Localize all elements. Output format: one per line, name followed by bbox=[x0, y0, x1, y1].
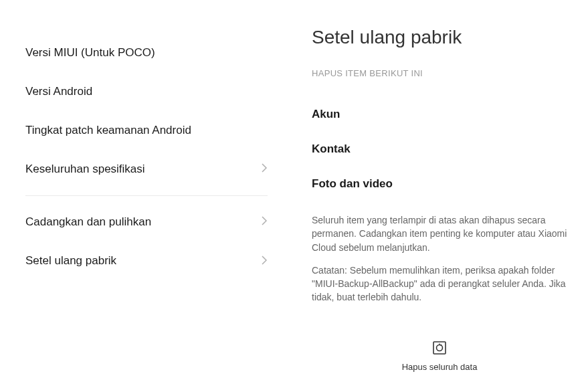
warning-paragraph: Seluruh item yang terlampir di atas akan… bbox=[312, 213, 567, 254]
factory-reset-pane: Setel ulang pabrik HAPUS ITEM BERIKUT IN… bbox=[293, 0, 586, 392]
item-label: Setel ulang pabrik bbox=[25, 254, 116, 268]
chevron-right-icon bbox=[261, 215, 268, 229]
item-all-specs[interactable]: Keseluruhan spesifikasi bbox=[25, 150, 268, 189]
erase-category-contacts: Kontak bbox=[312, 132, 567, 167]
warning-text: Seluruh item yang terlampir di atas akan… bbox=[312, 213, 567, 304]
item-factory-reset[interactable]: Setel ulang pabrik bbox=[25, 241, 268, 280]
erase-all-data-label: Hapus seluruh data bbox=[293, 362, 586, 372]
note-paragraph: Catatan: Sebelum memulihkan item, periks… bbox=[312, 264, 567, 304]
settings-left-pane: Versi MIUI (Untuk POCO) Versi Android Ti… bbox=[0, 0, 293, 392]
erase-subtitle: HAPUS ITEM BERIKUT INI bbox=[312, 68, 567, 78]
chevron-right-icon bbox=[261, 163, 268, 176]
item-security-patch[interactable]: Tingkat patch keamanan Android bbox=[25, 111, 268, 150]
reset-icon bbox=[432, 340, 447, 358]
svg-point-1 bbox=[437, 345, 443, 351]
item-label: Keseluruhan spesifikasi bbox=[25, 162, 145, 177]
item-label: Cadangkan dan pulihkan bbox=[25, 215, 151, 229]
erase-category-accounts: Akun bbox=[312, 97, 567, 132]
divider bbox=[25, 195, 268, 196]
item-backup-restore[interactable]: Cadangkan dan pulihkan bbox=[25, 203, 268, 241]
erase-category-photos-videos: Foto dan video bbox=[312, 167, 567, 201]
chevron-right-icon bbox=[261, 255, 268, 268]
item-label: Tingkat patch keamanan Android bbox=[25, 123, 191, 138]
page-title: Setel ulang pabrik bbox=[312, 27, 567, 48]
erase-all-data-button[interactable]: Hapus seluruh data bbox=[293, 340, 586, 372]
item-miui-version[interactable]: Versi MIUI (Untuk POCO) bbox=[25, 33, 268, 72]
item-label: Versi Android bbox=[25, 84, 92, 99]
item-android-version[interactable]: Versi Android bbox=[25, 72, 268, 111]
item-label: Versi MIUI (Untuk POCO) bbox=[25, 45, 155, 60]
